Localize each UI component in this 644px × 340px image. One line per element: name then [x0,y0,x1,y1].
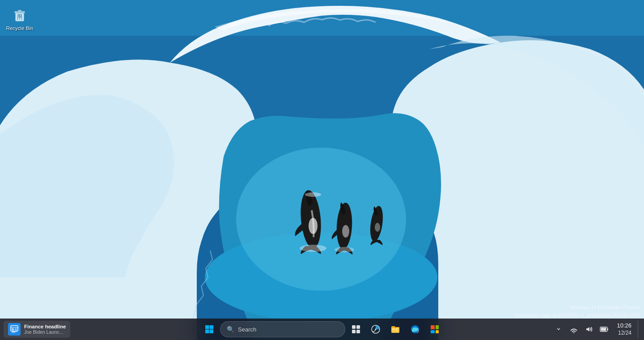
svg-rect-28 [205,325,209,329]
svg-rect-40 [395,328,398,329]
battery-icon[interactable] [597,322,611,336]
recycle-bin-icon [11,5,29,23]
recycle-bin-label: Recycle Bin [6,25,34,32]
svg-line-18 [21,14,22,20]
svg-rect-39 [393,328,394,330]
svg-rect-30 [205,330,209,334]
svg-point-9 [342,225,349,238]
taskview-button[interactable] [347,320,365,338]
svg-rect-35 [356,330,360,333]
news-subtext: Joe Biden Launc... [24,329,66,335]
windows-logo-icon [205,325,214,334]
search-box[interactable]: 🔍 Search [220,321,345,337]
svg-rect-2 [0,0,644,36]
widgets-button[interactable] [367,320,385,338]
news-text: Finance headline Joe Biden Launc... [24,324,66,335]
start-button[interactable] [200,320,218,338]
svg-point-37 [375,329,377,330]
svg-point-11 [375,223,380,232]
svg-rect-43 [431,325,435,329]
show-hidden-icons-button[interactable] [551,322,566,336]
svg-point-12 [300,245,326,252]
svg-point-14 [305,192,321,197]
desktop: Windows 11 Pro Insider Preview Evaluatio… [0,0,644,340]
news-headline: Finance headline [24,324,66,329]
edge-button[interactable] [406,320,424,338]
svg-rect-45 [431,330,435,333]
svg-rect-23 [12,328,14,330]
svg-rect-41 [395,330,397,331]
svg-rect-20 [18,10,21,12]
network-icon[interactable] [567,322,581,336]
svg-point-13 [335,247,354,252]
taskbar-right: 10:26 12/24 [551,320,640,338]
svg-rect-29 [210,325,214,329]
msstore-button[interactable] [426,320,444,338]
taskbar-center: 🔍 Search [200,320,444,338]
search-label: Search [238,326,256,333]
svg-point-47 [573,332,574,333]
system-tray [551,322,611,336]
clock-time: 10:26 [617,322,631,330]
show-desktop-button[interactable] [638,320,640,338]
taskbar: Finance headline Joe Biden Launc... [0,319,644,340]
svg-rect-33 [356,325,360,329]
search-icon: 🔍 [227,326,234,333]
news-icon [8,323,21,336]
svg-rect-31 [210,330,214,334]
wallpaper [0,0,644,340]
svg-rect-46 [436,330,439,333]
news-widget[interactable]: Finance headline Joe Biden Launc... [4,321,70,338]
desktop-icon-recycle-bin[interactable]: Recycle Bin [4,4,36,34]
clock[interactable]: 10:26 12/24 [614,322,634,336]
svg-rect-34 [352,330,356,333]
taskbar-left: Finance headline Joe Biden Launc... [4,321,70,338]
svg-rect-44 [436,325,439,329]
svg-rect-49 [601,328,606,331]
svg-line-16 [17,14,18,20]
volume-icon[interactable] [582,322,596,336]
file-explorer-button[interactable] [386,320,404,338]
svg-rect-32 [352,325,356,329]
svg-rect-50 [607,328,608,330]
clock-date: 12/24 [618,330,631,337]
